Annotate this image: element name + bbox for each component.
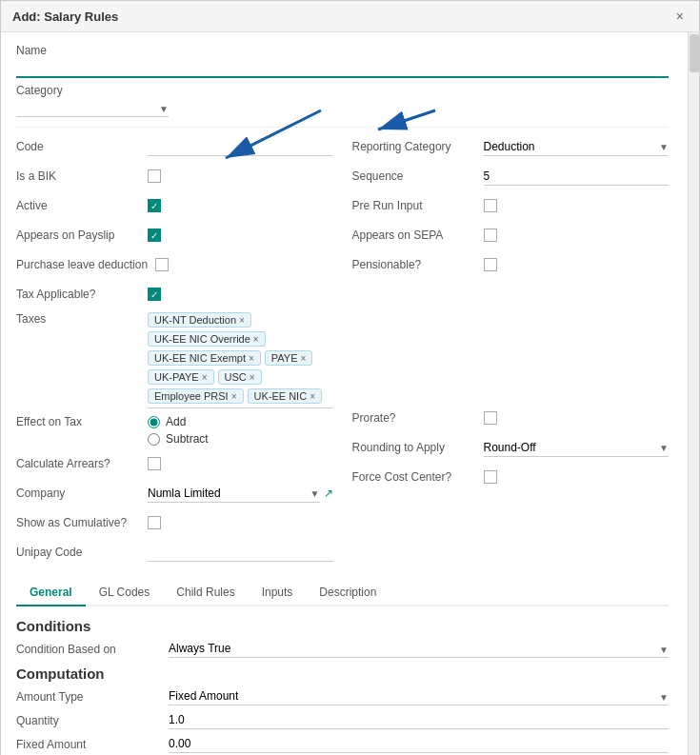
company-external-link-icon[interactable]: ↗ xyxy=(324,487,333,500)
amount-type-select-wrapper: Fixed Amount ▼ xyxy=(169,687,669,705)
calculate-arrears-checkbox[interactable] xyxy=(148,457,161,470)
conditions-heading: Conditions xyxy=(16,618,669,634)
fixed-amount-label: Fixed Amount xyxy=(16,738,169,751)
force-cost-center-checkbox[interactable] xyxy=(484,470,497,484)
remove-employee-prsi-icon[interactable]: × xyxy=(231,391,237,402)
remove-usc-icon[interactable]: × xyxy=(250,372,255,383)
code-input[interactable] xyxy=(148,138,333,156)
close-button[interactable]: × xyxy=(672,9,688,24)
tax-tag-uk-ee-nic: UK-EE NIC × xyxy=(248,388,322,404)
rounding-to-apply-label: Rounding to Apply xyxy=(352,441,476,454)
left-column: Code Is a BIK Active ✓ xyxy=(16,135,333,570)
name-label: Name xyxy=(16,44,669,57)
fixed-amount-field: Fixed Amount xyxy=(16,735,669,753)
effect-on-tax-radio-group: Add Subtract xyxy=(148,415,209,446)
company-select[interactable]: Numla Limited xyxy=(148,485,320,503)
effect-subtract-radio[interactable] xyxy=(148,433,160,446)
category-label: Category xyxy=(16,84,669,97)
tab-inputs[interactable]: Inputs xyxy=(249,580,307,606)
tabs-row: General GL Codes Child Rules Inputs Desc… xyxy=(16,580,669,606)
unipay-code-label: Unipay Code xyxy=(16,546,140,559)
pre-run-input-checkbox[interactable] xyxy=(484,199,497,212)
amount-type-select[interactable]: Fixed Amount xyxy=(169,687,669,705)
tab-gl-codes[interactable]: GL Codes xyxy=(86,580,164,606)
unipay-code-input[interactable] xyxy=(148,544,333,562)
tax-tag-uk-ee-nic-exempt: UK-EE NIC Exempt × xyxy=(148,350,261,366)
sequence-input[interactable] xyxy=(484,168,670,186)
tax-tag-paye: PAYE × xyxy=(265,350,313,366)
quantity-label: Quantity xyxy=(16,714,169,727)
fixed-amount-input[interactable] xyxy=(169,735,669,753)
taxes-tags-container: UK-NT Deduction × UK-EE NIC Override × U… xyxy=(148,312,333,408)
rounding-to-apply-field: Rounding to Apply Round-Off ▼ xyxy=(352,436,670,459)
appears-on-sepa-field: Appears on SEPA xyxy=(352,224,670,247)
tax-applicable-field: Tax Applicable? ✓ xyxy=(16,283,333,306)
pensionable-field: Pensionable? xyxy=(352,253,670,276)
appears-on-payslip-field: Appears on Payslip ✓ xyxy=(16,224,333,247)
tab-description[interactable]: Description xyxy=(306,580,390,606)
is-bik-checkbox[interactable] xyxy=(148,169,161,183)
tab-child-rules[interactable]: Child Rules xyxy=(163,580,248,606)
code-field: Code xyxy=(16,135,333,158)
tax-tag-usc: USC × xyxy=(218,369,262,385)
tax-tag-uk-nt: UK-NT Deduction × xyxy=(148,312,251,328)
condition-based-on-select[interactable]: Always True xyxy=(169,640,669,658)
force-cost-center-label: Force Cost Center? xyxy=(352,470,476,484)
taxes-label: Taxes xyxy=(16,312,140,326)
main-content: Name Category ▼ xyxy=(16,44,669,755)
scrollbar-thumb[interactable] xyxy=(690,34,699,72)
purchase-leave-checkbox[interactable] xyxy=(155,258,169,271)
show-as-cumulative-checkbox[interactable] xyxy=(148,516,161,529)
condition-based-on-label: Condition Based on xyxy=(16,643,169,656)
tax-applicable-label: Tax Applicable? xyxy=(16,288,140,301)
appears-on-payslip-checkbox[interactable]: ✓ xyxy=(148,228,161,242)
right-column: Reporting Category Deduction ▼ Sequence xyxy=(352,135,670,570)
active-field: Active ✓ xyxy=(16,194,333,217)
quantity-field: Quantity xyxy=(16,711,669,729)
tab-general[interactable]: General xyxy=(16,580,86,606)
appears-on-sepa-label: Appears on SEPA xyxy=(352,228,476,242)
remove-uk-nt-icon[interactable]: × xyxy=(239,315,245,326)
active-label: Active xyxy=(16,199,140,212)
pensionable-checkbox[interactable] xyxy=(484,258,497,271)
quantity-input[interactable] xyxy=(169,711,669,729)
prorate-field: Prorate? xyxy=(352,407,670,429)
remove-uk-ee-nic-override-icon[interactable]: × xyxy=(253,334,259,345)
prorate-label: Prorate? xyxy=(352,411,476,425)
remove-uk-paye-icon[interactable]: × xyxy=(202,372,208,383)
company-field: Company Numla Limited ▼ ↗ xyxy=(16,482,333,505)
name-field-row: Name xyxy=(16,44,669,78)
conditions-section: Conditions Condition Based on Always Tru… xyxy=(16,618,669,658)
tax-applicable-checkbox[interactable]: ✓ xyxy=(148,288,161,301)
active-checkbox[interactable]: ✓ xyxy=(148,199,161,212)
dialog-body: Name Category ▼ xyxy=(1,32,688,755)
fixed-amount-value xyxy=(169,735,669,753)
name-input[interactable] xyxy=(16,59,669,78)
appears-on-sepa-checkbox[interactable] xyxy=(484,228,497,242)
company-select-wrapper: Numla Limited ▼ xyxy=(148,485,320,503)
dialog-header: Add: Salary Rules × xyxy=(1,1,699,32)
computation-section: Computation Amount Type Fixed Amount ▼ Q… xyxy=(16,666,669,753)
calculate-arrears-field: Calculate Arrears? xyxy=(16,452,333,475)
prorate-checkbox[interactable] xyxy=(484,411,497,425)
is-bik-label: Is a BIK xyxy=(16,169,140,183)
rounding-select[interactable]: Round-Off xyxy=(484,439,670,457)
company-value-row: Numla Limited ▼ ↗ xyxy=(148,485,333,503)
remove-uk-ee-nic-exempt-icon[interactable]: × xyxy=(249,353,254,364)
remove-paye-icon[interactable]: × xyxy=(301,353,307,364)
category-field-row: Category ▼ xyxy=(16,84,669,117)
effect-subtract-option[interactable]: Subtract xyxy=(148,432,209,446)
effect-add-radio[interactable] xyxy=(148,416,160,428)
category-select[interactable] xyxy=(16,99,169,117)
amount-type-label: Amount Type xyxy=(16,690,169,704)
scrollbar[interactable]: ▼ xyxy=(688,32,699,755)
reporting-category-select[interactable]: Deduction xyxy=(484,138,670,156)
effect-on-tax-label: Effect on Tax xyxy=(16,415,140,428)
effect-add-option[interactable]: Add xyxy=(148,415,209,428)
purchase-leave-label: Purchase leave deduction xyxy=(16,258,148,271)
dialog-title: Add: Salary Rules xyxy=(12,10,118,24)
add-salary-rules-dialog: Add: Salary Rules × Name xyxy=(0,0,700,755)
effect-subtract-label: Subtract xyxy=(166,432,209,446)
remove-uk-ee-nic-icon[interactable]: × xyxy=(310,391,315,402)
rounding-select-wrapper: Round-Off ▼ xyxy=(484,439,670,457)
